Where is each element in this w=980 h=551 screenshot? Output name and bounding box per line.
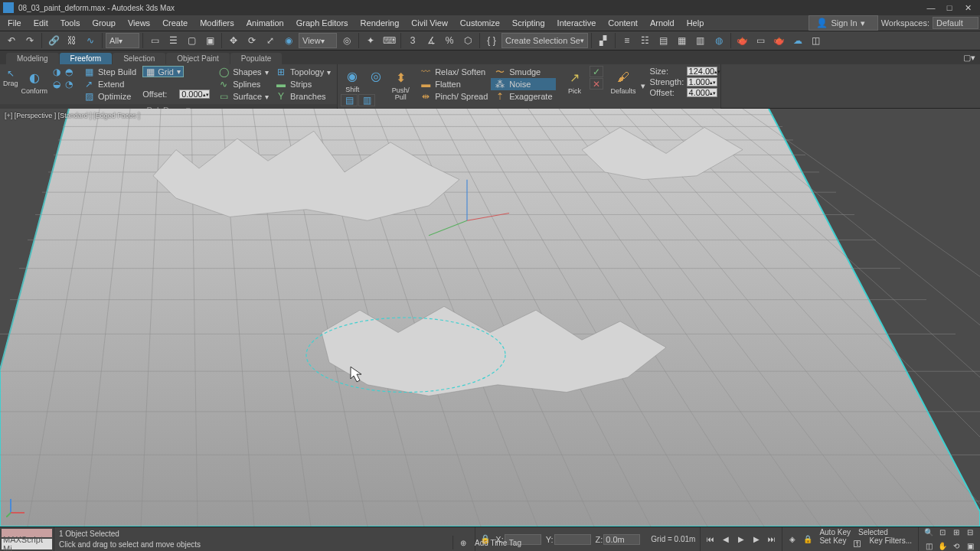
cursor-icon[interactable]: ↖	[5, 67, 17, 80]
pick-button[interactable]: ↗Pick	[562, 66, 588, 96]
ref-coord-dropdown[interactable]: View ▾	[299, 33, 337, 48]
tab-selection[interactable]: Selection	[113, 53, 165, 64]
menu-rendering[interactable]: Rendering	[354, 17, 406, 29]
open-autodesk-button[interactable]: ◫	[808, 32, 825, 49]
conform-button[interactable]: ◐ Conform	[18, 66, 51, 96]
toggle-layer-explorer-button[interactable]: ☷	[637, 32, 654, 49]
tab-object-paint[interactable]: Object Paint	[166, 53, 229, 64]
optimize-button[interactable]: ▨Optimize	[80, 90, 139, 103]
pan-button[interactable]: ✋	[936, 540, 949, 552]
prev-frame-button[interactable]: ◀	[719, 533, 733, 546]
align-button[interactable]: ≡	[619, 32, 635, 49]
coord-z-field[interactable]: 0.0m	[603, 534, 640, 545]
fov-button[interactable]: ◫	[922, 540, 936, 552]
redo-button[interactable]: ↷	[21, 32, 38, 49]
menu-animation[interactable]: Animation	[240, 17, 290, 29]
chevron-down-icon[interactable]: ▾	[641, 81, 645, 91]
render-production-button[interactable]: 🫖	[771, 32, 788, 49]
viewport-canvas[interactable]	[0, 109, 980, 527]
shift-alt-button[interactable]: ◎	[364, 66, 387, 93]
defaults-button[interactable]: 🖌 Defaults	[608, 66, 639, 96]
orbit-button[interactable]: ⟲	[949, 540, 963, 552]
tab-populate[interactable]: Populate	[230, 53, 282, 64]
schematic-view-button[interactable]: ▥	[692, 32, 709, 49]
conform-opt2-icon[interactable]: ◒	[51, 78, 63, 90]
menu-civil-view[interactable]: Civil View	[405, 17, 453, 29]
menu-content[interactable]: Content	[602, 17, 644, 29]
pivot-center-button[interactable]: ◎	[338, 32, 355, 49]
next-frame-button[interactable]: ▶	[750, 533, 763, 546]
selection-filter-dropdown[interactable]: All ▾	[106, 33, 139, 48]
render-setup-button[interactable]: 🫖	[734, 32, 751, 49]
edit-named-sel-button[interactable]: { }	[483, 32, 500, 49]
conform-opt4-icon[interactable]: ◔	[63, 78, 75, 90]
noise-button[interactable]: ⁂Noise	[491, 78, 555, 90]
menu-group[interactable]: Group	[86, 17, 122, 29]
unlink-button[interactable]: ⛓	[64, 32, 80, 49]
rect-select-button[interactable]: ▢	[183, 32, 200, 49]
menu-scripting[interactable]: Scripting	[506, 17, 551, 29]
percent-snap-button[interactable]: %	[441, 32, 458, 49]
step-build-button[interactable]: ▦Step Build	[80, 66, 139, 78]
window-crossing-button[interactable]: ▣	[201, 32, 218, 49]
pinch-spread-button[interactable]: ⇹Pinch/ Spread	[416, 90, 491, 103]
tab-freeform[interactable]: Freeform	[60, 53, 113, 64]
menu-tools[interactable]: Tools	[54, 17, 87, 29]
scale-button[interactable]: ⤢	[262, 32, 279, 49]
move-button[interactable]: ✥	[225, 32, 242, 49]
menu-arnold[interactable]: Arnold	[644, 17, 681, 29]
time-config-button[interactable]: ⊕	[456, 536, 470, 549]
menu-graph-editors[interactable]: Graph Editors	[290, 17, 354, 29]
viewport[interactable]: [+] [Perspective ] [Standard ] [Edged Fa…	[0, 109, 980, 527]
bind-space-warp-button[interactable]: ∿	[82, 32, 99, 49]
sign-in-button[interactable]: 👤 Sign In ▾	[808, 15, 877, 31]
exaggerate-button[interactable]: ⇡Exaggerate	[491, 90, 555, 103]
auto-key-button[interactable]: Auto Key	[816, 528, 854, 536]
workspace-dropdown[interactable]: Default	[933, 17, 978, 29]
curve-editor-button[interactable]: ▦	[674, 32, 691, 49]
close-button[interactable]: ✕	[959, 1, 977, 15]
rotate-button[interactable]: ⟳	[243, 32, 260, 49]
link-button[interactable]: 🔗	[45, 32, 62, 49]
set-key-button[interactable]: Set Key	[816, 536, 849, 550]
tab-modeling[interactable]: Modeling	[6, 53, 59, 64]
zoom-extents-all-button[interactable]: ⊟	[963, 526, 977, 540]
maxscript-mini-listener[interactable]: MAXScript Mi	[2, 539, 52, 549]
menu-customize[interactable]: Customize	[454, 17, 506, 29]
mirror-button[interactable]: ▞	[595, 32, 612, 49]
material-editor-button[interactable]: ◍	[710, 32, 727, 49]
play-button[interactable]: ▶	[734, 533, 748, 546]
manipulate-button[interactable]: ✦	[362, 32, 379, 49]
key-filters-icon[interactable]: ⚿	[851, 536, 864, 550]
undo-button[interactable]: ↶	[3, 32, 20, 49]
zoom-all-button[interactable]: ⊡	[936, 526, 949, 540]
polydraw-offset-spinner[interactable]: 0.000▴▾	[179, 90, 210, 99]
menu-create[interactable]: Create	[156, 17, 194, 29]
add-time-tag-button[interactable]: Add Time Tag	[472, 539, 524, 547]
menu-help[interactable]: Help	[681, 17, 710, 29]
splines-button[interactable]: ∿Splines	[214, 78, 272, 90]
isolate-selection-button[interactable]: ◈	[786, 533, 799, 546]
shift-opt1-icon[interactable]: ▤	[341, 94, 358, 106]
keyboard-shortcut-button[interactable]: ⌨	[381, 32, 397, 49]
surface-button[interactable]: ▭Surface ▾	[214, 90, 272, 103]
strength-spinner[interactable]: 1.000▴▾	[687, 77, 717, 86]
select-by-name-button[interactable]: ☰	[165, 32, 181, 49]
coord-y-field[interactable]	[554, 534, 591, 545]
cancel-icon[interactable]: ✕	[590, 78, 603, 90]
maximize-button[interactable]: □	[940, 1, 959, 15]
zoom-extents-button[interactable]: ⊞	[949, 526, 963, 540]
menu-views[interactable]: Views	[122, 17, 156, 29]
menu-edit[interactable]: Edit	[28, 17, 54, 29]
relax-soften-button[interactable]: 〰Relax/ Soften	[416, 66, 491, 78]
conform-opt3-icon[interactable]: ◓	[63, 66, 75, 78]
goto-end-button[interactable]: ⏭	[765, 533, 779, 546]
conform-opt1-icon[interactable]: ◑	[51, 66, 63, 78]
placement-button[interactable]: ◉	[280, 32, 297, 49]
menu-file[interactable]: File	[2, 17, 28, 29]
draw-on-grid-button[interactable]: ▦Grid ▾	[142, 66, 184, 77]
spinner-snap-button[interactable]: ⬡	[459, 32, 476, 49]
select-object-button[interactable]: ▭	[146, 32, 163, 49]
rendered-frame-button[interactable]: ▭	[753, 32, 769, 49]
shift-opt2-icon[interactable]: ▥	[358, 94, 375, 106]
